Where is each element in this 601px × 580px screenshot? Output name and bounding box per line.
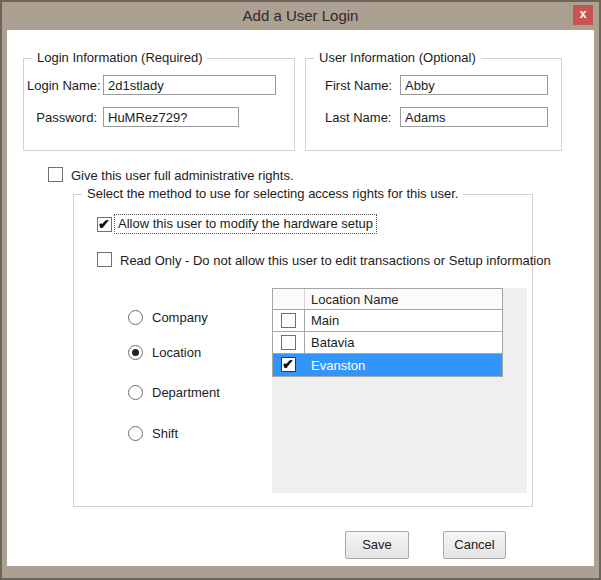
header-location-name: Location Name (305, 292, 502, 307)
location-table-header: Location Name (273, 289, 502, 310)
radio-shift[interactable]: Shift (128, 425, 178, 441)
radio-department[interactable]: Department (128, 384, 220, 400)
table-row-main[interactable]: Main (273, 310, 502, 332)
row-checkbox-cell (273, 354, 305, 376)
read-only-checkbox[interactable] (97, 252, 112, 267)
modify-hardware-checkbox[interactable] (97, 217, 112, 232)
first-name-field[interactable] (400, 75, 548, 95)
radio-location-label: Location (152, 345, 201, 360)
user-group-title: User Information (Optional) (314, 50, 481, 65)
batavia-checkbox[interactable] (281, 335, 296, 350)
last-name-field[interactable] (400, 107, 548, 127)
evanston-checkbox[interactable] (281, 357, 296, 372)
location-list: Location Name Main Batavia (272, 288, 527, 493)
login-name-field[interactable] (103, 75, 276, 95)
row-location-name: Main (305, 313, 502, 328)
admin-rights-checkbox[interactable] (48, 167, 63, 182)
radio-department-icon (128, 385, 143, 400)
row-location-name: Evanston (305, 358, 502, 373)
password-label: Password: (27, 110, 97, 125)
access-group-title: Select the method to use for selecting a… (82, 186, 463, 201)
location-table: Location Name Main Batavia (272, 288, 503, 377)
login-group-title: Login Information (Required) (32, 50, 207, 65)
row-checkbox-cell (273, 332, 305, 353)
first-name-label: First Name: (325, 78, 392, 93)
radio-company-label: Company (152, 310, 208, 325)
dialog-body: Login Information (Required) Login Name:… (7, 30, 594, 566)
last-name-label: Last Name: (325, 110, 391, 125)
titlebar[interactable]: Add a User Login x (2, 2, 599, 30)
main-checkbox[interactable] (281, 313, 296, 328)
password-field[interactable] (103, 107, 239, 127)
radio-shift-label: Shift (152, 426, 178, 441)
radio-department-label: Department (152, 385, 220, 400)
read-only-label: Read Only - Do not allow this user to ed… (120, 253, 551, 268)
table-row-batavia[interactable]: Batavia (273, 332, 502, 354)
user-information-group: User Information (Optional) (305, 58, 562, 151)
header-checkbox-column (273, 289, 305, 309)
radio-company[interactable]: Company (128, 309, 208, 325)
row-location-name: Batavia (305, 335, 502, 350)
radio-company-icon (128, 310, 143, 325)
close-icon[interactable]: x (573, 5, 593, 25)
row-checkbox-cell (273, 310, 305, 331)
modify-hardware-label: Allow this user to modify the hardware s… (115, 215, 376, 233)
radio-location[interactable]: Location (128, 344, 201, 360)
add-user-login-dialog: Add a User Login x Login Information (Re… (0, 0, 601, 580)
radio-location-icon (128, 345, 143, 360)
cancel-button[interactable]: Cancel (443, 531, 506, 559)
login-name-label: Login Name: (27, 78, 97, 93)
save-button[interactable]: Save (345, 531, 409, 559)
table-row-evanston[interactable]: Evanston (273, 354, 502, 376)
admin-rights-label: Give this user full administrative right… (71, 168, 294, 183)
login-information-group: Login Information (Required) (23, 58, 295, 151)
radio-shift-icon (128, 426, 143, 441)
dialog-title: Add a User Login (2, 2, 599, 30)
